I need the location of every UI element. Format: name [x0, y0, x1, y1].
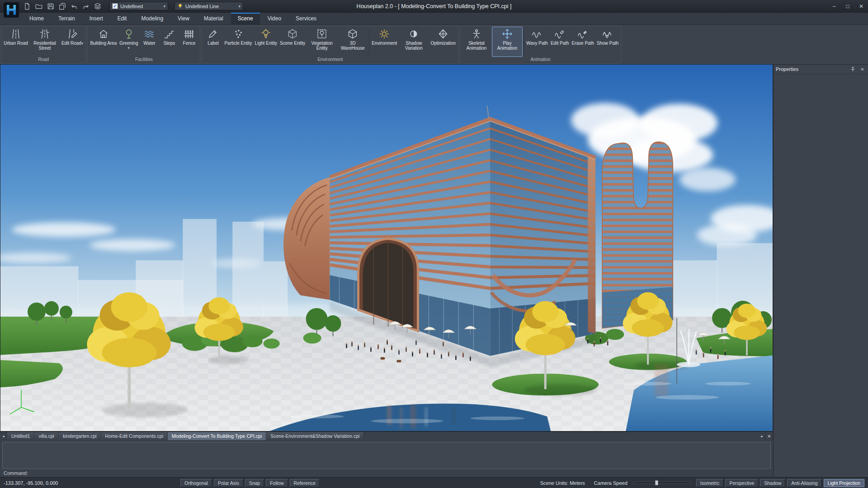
ribbon-button-label: Label — [208, 41, 218, 46]
command-area: Command: — [0, 440, 773, 477]
ribbon-button-optimization[interactable]: Optimization — [429, 27, 457, 57]
ribbon-group-facilities: Building Area Greening▾ Water Steps Fenc… — [87, 26, 200, 64]
save-all-button[interactable] — [57, 1, 68, 11]
ribbon-button-show-path[interactable]: Show Path — [595, 27, 620, 57]
ribbon-button-wavy-path[interactable]: Wavy Path — [525, 27, 549, 57]
view-shadow-button[interactable]: Shadow — [760, 479, 785, 487]
urban-road-icon — [10, 28, 21, 39]
doc-tab-home-edit-components[interactable]: Home-Edit Components.cpi — [101, 432, 168, 440]
tab-view[interactable]: View — [171, 13, 196, 24]
maximize-button[interactable]: □ — [841, 0, 854, 12]
edit-road-icon — [67, 28, 78, 39]
camera-speed-slider[interactable] — [633, 482, 691, 484]
undo-icon — [71, 3, 78, 10]
doc-tab-villa[interactable]: villa.cpi — [34, 432, 58, 440]
tab-scroll-right-icon[interactable]: ► — [759, 432, 766, 440]
ribbon-button-fence[interactable]: Fence — [179, 27, 199, 57]
save-icon — [47, 3, 54, 10]
open-file-button[interactable] — [33, 1, 44, 11]
ribbon-button-residential-street[interactable]: Residential Street — [29, 27, 60, 57]
tab-video[interactable]: Video — [261, 13, 288, 24]
tab-edit[interactable]: Edit — [111, 13, 134, 24]
ribbon-group-environment: Label Particle Entity Light Entity Scene… — [202, 26, 458, 64]
redo-button[interactable] — [80, 1, 91, 11]
view-isometric-button[interactable]: Isometric — [696, 479, 724, 487]
toggle-polar-axis[interactable]: Polar Axis — [214, 479, 243, 487]
ribbon-button-building-area[interactable]: Building Area — [89, 27, 118, 57]
ribbon-group-label: Facilities — [88, 57, 200, 63]
view-light-projection-button[interactable]: Light Projection — [824, 479, 864, 487]
toggle-orthogonal[interactable]: Orthogonal — [180, 479, 212, 487]
camera-speed-label: Camera Speed — [594, 480, 627, 486]
close-button[interactable]: ✕ — [854, 0, 868, 12]
group-divider — [369, 28, 369, 55]
ribbon-button-label: Scene Entity — [280, 41, 305, 46]
view-anti-aliasing-button[interactable]: Anti-Aliasing — [787, 479, 821, 487]
tab-insert[interactable]: Insert — [83, 13, 110, 24]
close-panel-button[interactable]: ✕ — [859, 66, 866, 73]
ribbon-button-label: Erase Path — [572, 41, 594, 46]
properties-panel-body — [774, 74, 868, 477]
ribbon-group-road: Urban Road Residential Street Edit Road▾… — [1, 26, 86, 64]
doc-tab-scene-environment-shadow[interactable]: Scene-Environment&Shadow Variation.cpi — [266, 432, 364, 440]
ribbon-button-urban-road[interactable]: Urban Road — [2, 27, 29, 57]
particle-entity-icon — [233, 28, 244, 39]
ribbon-button-skeletal-animation[interactable]: Skeletal Animation — [461, 27, 492, 57]
ribbon-button-3d-warehouse[interactable]: 3D WareHouse — [337, 27, 368, 57]
toggle-follow[interactable]: Follow — [266, 479, 288, 487]
layers-button[interactable] — [92, 1, 103, 11]
toggle-reference[interactable]: Reference — [290, 479, 320, 487]
view-perspective-button[interactable]: Perspective — [725, 479, 758, 487]
ribbon-button-light-entity[interactable]: Light Entity — [254, 27, 278, 57]
ribbon-button-label-tool[interactable]: Label — [203, 27, 223, 57]
tab-close-icon[interactable]: ✕ — [766, 432, 773, 440]
ribbon-button-shadow-variation[interactable]: Shadow Variation — [398, 27, 429, 57]
ribbon-button-environment[interactable]: Environment — [370, 27, 398, 57]
ribbon-button-edit-road[interactable]: Edit Road▾ — [60, 27, 85, 57]
tab-modeling[interactable]: Modeling — [134, 13, 170, 24]
toggle-snap[interactable]: Snap — [245, 479, 264, 487]
ribbon-button-vegetation-entity[interactable]: Vegetation Entity — [307, 27, 337, 57]
warehouse-3d-icon — [347, 28, 358, 39]
light-entity-icon — [260, 28, 271, 39]
tab-home[interactable]: Home — [23, 13, 51, 24]
ribbon-button-erase-path[interactable]: Erase Path — [571, 27, 595, 57]
ribbon-button-greening[interactable]: Greening▾ — [118, 27, 139, 57]
ribbon-button-water[interactable]: Water — [139, 27, 159, 57]
tab-scroll-left-icon[interactable]: ◄ — [0, 432, 7, 440]
bulb-icon — [177, 3, 183, 9]
doc-tab-untitled1[interactable]: Untitled1 — [7, 432, 34, 440]
minimize-button[interactable]: – — [827, 0, 841, 12]
linetype-dropdown[interactable]: Undefined Line ▾ — [175, 2, 243, 10]
edit-path-icon — [554, 28, 565, 39]
skeletal-animation-icon — [471, 28, 482, 39]
ribbon-group-label: Road — [1, 57, 85, 63]
shadow-variation-icon — [408, 28, 419, 39]
vegetation-entity-icon — [316, 28, 327, 39]
tab-scene[interactable]: Scene — [231, 13, 260, 24]
ribbon-button-steps[interactable]: Steps — [159, 27, 179, 57]
layer-dropdown[interactable]: ✓ Undefined ▾ — [109, 2, 168, 10]
new-file-button[interactable] — [22, 1, 33, 11]
save-button[interactable] — [45, 1, 56, 11]
cursor-coordinates: -133.307, -95.100, 0.000 — [4, 480, 105, 486]
window-controls: – □ ✕ — [827, 0, 868, 12]
tab-services[interactable]: Services — [289, 13, 323, 24]
camera-speed-slider-thumb[interactable] — [655, 480, 658, 485]
ribbon-button-label: Vegetation Entity — [308, 41, 336, 51]
ribbon-button-play-animation[interactable]: Play Animation — [492, 27, 523, 57]
ribbon-button-edit-path[interactable]: Edit Path — [549, 27, 571, 57]
doc-tab-modeling-convert-building-type[interactable]: Modeling-Convert To Building Type CPI.cp… — [168, 432, 266, 440]
tab-material[interactable]: Material — [197, 13, 230, 24]
ribbon-button-particle-entity[interactable]: Particle Entity — [223, 27, 253, 57]
tab-terrain[interactable]: Terrain — [52, 13, 82, 24]
fence-icon — [184, 28, 194, 39]
ribbon-button-scene-entity[interactable]: Scene Entity — [278, 27, 307, 57]
viewport-3d[interactable] — [0, 65, 773, 432]
doc-tab-kindergarten[interactable]: kindergarten.cpi — [59, 432, 101, 440]
undo-button[interactable] — [69, 1, 80, 11]
pin-panel-button[interactable] — [849, 66, 856, 73]
houseplan-logo-icon — [4, 2, 19, 18]
command-history-input[interactable] — [2, 442, 771, 469]
steps-icon — [164, 28, 175, 39]
